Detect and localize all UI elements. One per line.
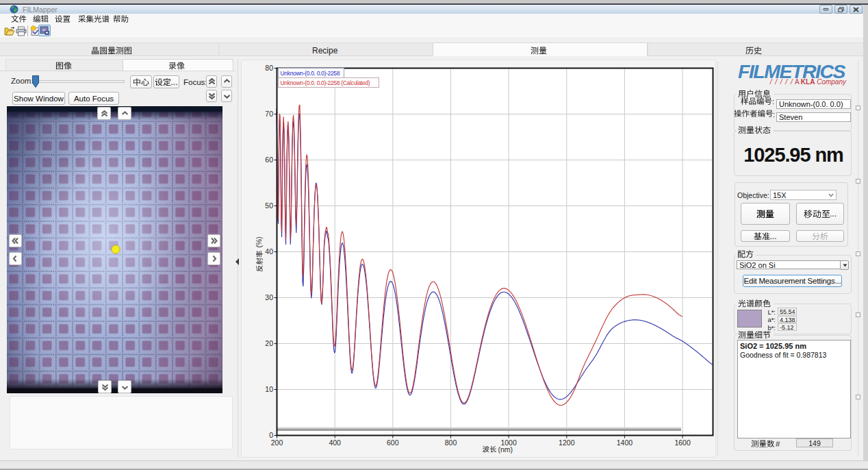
svg-text:40: 40 — [265, 247, 273, 256]
svg-text:600: 600 — [387, 438, 399, 447]
svg-text:70: 70 — [265, 110, 273, 118]
svg-text:400: 400 — [329, 438, 341, 447]
svg-text:10: 10 — [265, 385, 273, 393]
svg-text:20: 20 — [265, 339, 273, 347]
svg-text:Unknown-(0.0. 0.0)-2258: Unknown-(0.0. 0.0)-2258 — [281, 70, 340, 77]
svg-text:80: 80 — [265, 64, 273, 72]
svg-text:50: 50 — [265, 201, 273, 210]
svg-text:1600: 1600 — [674, 438, 691, 447]
svg-text:800: 800 — [445, 438, 457, 447]
svg-text:60: 60 — [265, 156, 273, 164]
svg-text:(nm): (nm) — [498, 445, 513, 454]
svg-text:30: 30 — [265, 293, 273, 301]
svg-text:Unknown-(0.0. 0.0)-2258 (Calcu: Unknown-(0.0. 0.0)-2258 (Calculated) — [281, 79, 370, 86]
svg-text:(%): (%) — [255, 236, 263, 247]
svg-text:1200: 1200 — [559, 438, 575, 447]
svg-text:1400: 1400 — [617, 438, 633, 447]
svg-text:200: 200 — [271, 438, 283, 447]
